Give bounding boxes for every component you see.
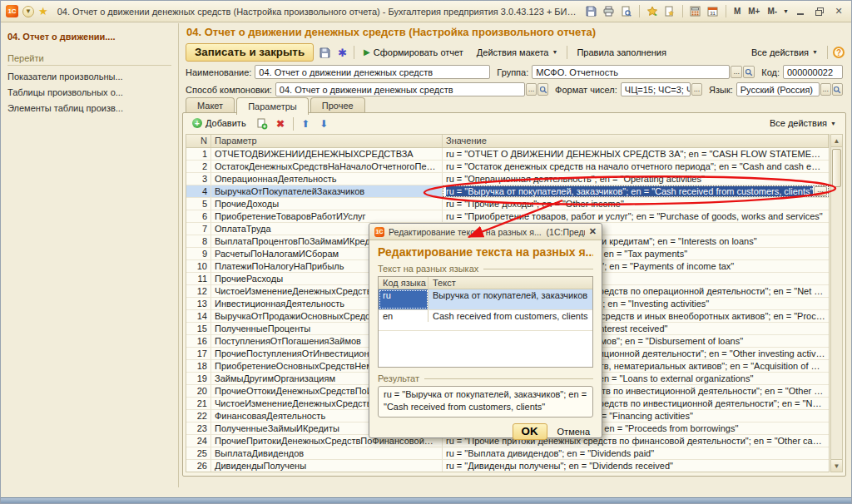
divider [354,46,354,59]
memory-mplus-button[interactable]: M+ [746,7,761,16]
param-cell[interactable]: ОперационнаяДеятельность [211,173,443,185]
vertical-scrollbar[interactable]: ▲ ▼ [830,134,843,472]
column-header-value[interactable]: Значение [443,135,829,147]
language-input[interactable]: Русский (Россия) [736,82,820,96]
column-header-param[interactable]: Параметр [211,135,443,147]
close-icon[interactable]: ✕ [589,226,597,237]
param-cell[interactable]: ДивидендыПолучены [211,460,443,472]
table-row[interactable]: 5ПрочиеДоходыru = "Прочие доходы"; en = … [186,198,829,210]
calendar-icon[interactable]: 31 [706,5,720,17]
preview-icon[interactable] [620,5,633,17]
main-menu-button[interactable]: ▼ [22,6,34,17]
calculator-icon[interactable] [689,5,702,17]
cancel-button[interactable]: Отмена [554,426,593,437]
value-ellipsis-button[interactable]: ... [814,186,827,196]
group-ellipsis-button[interactable]: ... [731,66,742,78]
form-row-1: Наименование: 04. Отчет о движении денеж… [186,64,843,80]
table-all-actions-button[interactable]: Все действия ▼ [765,116,840,131]
move-down-icon[interactable]: ⬇ [318,117,330,130]
lang-code-cell[interactable]: ru [379,289,428,309]
param-cell[interactable]: ОстатокДенежныхСредствНаНачалоОтчетногоП… [211,161,443,172]
row-number: 9 [186,248,211,259]
scroll-down-icon[interactable]: ▼ [831,459,842,472]
memory-mminus-button[interactable]: M- [765,7,779,16]
param-cell[interactable]: ОТЧЕТОДВИЖЕНИИДЕНЕЖНЫХСРЕДСТВЗА [211,148,443,160]
table-row[interactable]: 2ОстатокДенежныхСредствНаНачалоОтчетного… [186,161,829,173]
table-row[interactable]: 4ВыручкаОтПокупателейЗаказчиковru = "Выр… [186,185,829,198]
move-up-icon[interactable]: ⬆ [300,117,312,130]
sparkle-icon[interactable]: ✱ [336,47,349,59]
value-cell[interactable]: ru = "Прочие доходы"; en = "Other income… [443,198,829,210]
minimize-button[interactable] [793,5,808,17]
save-and-close-button[interactable]: Записать и закрыть [186,43,314,62]
column-header-lang-code[interactable]: Код языка [379,277,428,289]
row-number: 11 [186,273,211,284]
favorites-star-icon[interactable]: ★ [38,6,48,17]
row-number: 15 [186,323,211,334]
lang-text-cell[interactable]: Выручка от покупателей, заказчиков [428,289,592,309]
param-cell[interactable]: ВыплатаДивидендов [211,447,443,459]
name-input[interactable]: 04. Отчет о движении денежных средств [255,65,490,79]
print-icon[interactable] [602,5,616,17]
param-cell[interactable]: ПрочиеДоходы [211,198,443,210]
sidebar-item-tables[interactable]: Таблицы произвольных о... [7,87,171,97]
help-icon[interactable]: ? [833,47,845,58]
language-ellipsis-button[interactable]: ... [820,83,831,96]
toolbar-overflow-button[interactable]: ▼ [783,8,789,14]
all-actions-button[interactable]: Все действия ▼ [747,46,822,60]
table-row[interactable]: 26ДивидендыПолученыru = "Дивиденды получ… [186,460,829,472]
value-cell[interactable]: ru = "Операционная деятельность"; en = "… [443,173,829,185]
lang-code-cell[interactable]: en [379,310,428,322]
generate-report-button[interactable]: ▶ Сформировать отчет [359,46,468,60]
table-row[interactable]: 3ОперационнаяДеятельностьru = "Операцион… [186,173,829,185]
row-number: 8 [186,235,211,247]
group-search-icon[interactable] [743,66,755,78]
sidebar-item-indicators[interactable]: Показатели произвольны... [7,72,171,82]
group-caption-result: Результат [378,373,593,383]
value-cell[interactable]: ru = "Приобретение товаров, работ и услу… [443,210,829,222]
value-cell[interactable]: ru = "Остаток денежных средств на начало… [443,161,829,172]
composition-ellipsis-button[interactable]: ... [526,83,537,96]
table-row[interactable]: 1ОТЧЕТОДВИЖЕНИИДЕНЕЖНЫХСРЕДСТВЗАru = "ОТ… [186,148,829,161]
tab-parameters[interactable]: Параметры [236,97,309,115]
lang-row[interactable]: enCash received from customers, clients [379,310,592,331]
value-cell[interactable]: ru = "Дивиденды получены"; en = "Dividen… [443,460,829,472]
delete-row-icon[interactable]: ✖ [275,117,287,130]
param-cell[interactable]: ВыручкаОтПокупателейЗаказчиков [211,185,443,197]
table-row[interactable]: 25ВыплатаДивидендовru = "Выплата дивиден… [186,447,829,460]
sidebar-item-table-elements[interactable]: Элементы таблиц произв... [7,103,171,113]
copy-row-icon[interactable] [256,117,269,130]
sidebar-current-report-link[interactable]: 04. Отчет о движении.... [7,32,171,42]
save-icon[interactable] [585,5,598,17]
value-cell[interactable]: ru = "Выплата дивидендов"; en = "Dividen… [443,447,829,459]
ok-button[interactable]: OK [513,423,547,440]
restore-button[interactable] [812,5,827,17]
number-format-ellipsis-button[interactable]: ... [691,83,702,96]
lang-row[interactable]: ruВыручка от покупателей, заказчиков [379,289,592,310]
row-number: 6 [186,210,211,222]
code-input[interactable]: 000000022 [783,65,843,79]
save-icon[interactable] [319,47,331,59]
value-cell[interactable]: ru = "ОТЧЕТ О ДВИЖЕНИИ ДЕНЕЖНЫХ СРЕДСТВ … [443,148,829,160]
scroll-up-icon[interactable]: ▲ [831,135,842,147]
composition-input[interactable]: 04. Отчет о движении денежных средств [275,82,525,96]
column-header-n[interactable]: N [186,135,211,147]
page-star-icon[interactable] [663,5,676,17]
scrollbar-thumb[interactable] [832,149,841,187]
memory-m-button[interactable]: M [732,7,742,16]
table-row[interactable]: 6ПриобретениеТоваровРаботИУслугru = "При… [186,210,829,223]
language-search-icon[interactable] [832,83,843,96]
param-cell[interactable]: ПриобретениеТоваровРаботИУслуг [211,210,443,222]
dialog-body: Редактирование текста на разных я... Тек… [369,240,602,437]
close-icon[interactable]: ✕ [831,5,846,17]
add-favorite-icon[interactable] [646,5,659,17]
value-cell[interactable]: ru = "Выручка от покупателей, заказчиков… [443,185,829,197]
fill-rules-button[interactable]: Правила заполнения [572,46,671,60]
composition-search-icon[interactable] [537,83,548,96]
layout-actions-button[interactable]: Действия макета ▼ [473,46,562,60]
column-header-text[interactable]: Текст [428,277,592,289]
add-row-button[interactable]: + Добавить [188,116,250,131]
lang-text-cell[interactable]: Cash received from customers, clients [428,310,592,322]
group-input[interactable]: МСФО. Отчетность [532,65,730,79]
number-format-input[interactable]: ЧЦ=15; ЧС=3; ЧО=0 [621,82,691,96]
